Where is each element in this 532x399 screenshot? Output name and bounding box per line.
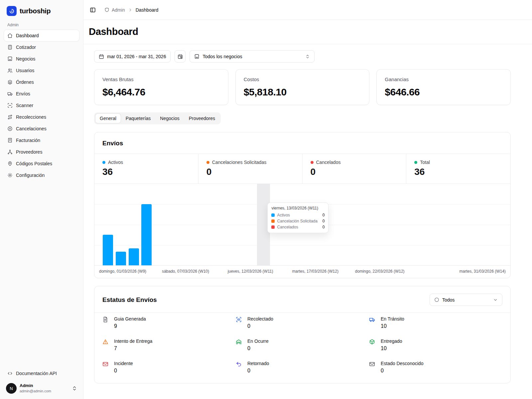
mail-warning-icon bbox=[102, 361, 108, 367]
tooltip-label: Activos bbox=[277, 213, 320, 217]
kpi-label: Costos bbox=[244, 76, 361, 82]
status-entregado: Entregado10 bbox=[369, 338, 502, 351]
estatus-filter-select[interactable]: Todos bbox=[430, 294, 502, 306]
gridline bbox=[94, 245, 510, 245]
envios-title: Envíos bbox=[102, 140, 123, 147]
code-icon bbox=[7, 371, 13, 376]
breadcrumb-root-label: Admin bbox=[112, 7, 125, 13]
chart-bar[interactable] bbox=[116, 252, 126, 265]
kpi-label: Ganancias bbox=[385, 76, 502, 82]
kpi-ganancias: Ganancias $646.66 bbox=[376, 69, 511, 105]
business-filter-select[interactable]: Todos los negocios bbox=[190, 50, 315, 63]
breadcrumb-root[interactable]: Admin bbox=[104, 7, 125, 13]
sidebar-toggle-icon[interactable] bbox=[90, 7, 96, 13]
tooltip-row: Activos 0 bbox=[271, 213, 325, 217]
docs-api-label: Documentación API bbox=[16, 371, 57, 376]
store-icon bbox=[7, 56, 13, 62]
status-label: En Tránsito bbox=[381, 316, 404, 322]
legend-value: 36 bbox=[102, 167, 190, 177]
tab-negocios[interactable]: Negocios bbox=[156, 114, 184, 123]
date-range-value: mar 01, 2026 - mar 31, 2026 bbox=[107, 54, 166, 59]
scan-barcode-icon bbox=[236, 317, 242, 323]
chevron-right-icon bbox=[128, 8, 133, 12]
chevrons-up-down-icon bbox=[305, 54, 310, 59]
business-filter-value: Todos los negocios bbox=[202, 54, 242, 59]
status-value: 0 bbox=[247, 345, 269, 351]
chart-bar[interactable] bbox=[129, 248, 139, 265]
sidebar-item-cotizador[interactable]: Cotizador bbox=[4, 42, 79, 53]
sidebar-item-proveedores[interactable]: Proveedores bbox=[4, 146, 79, 158]
legend-dot bbox=[102, 161, 105, 164]
user-name: Admin bbox=[20, 383, 51, 389]
kpi-costos: Costos $5,818.10 bbox=[235, 69, 370, 105]
status-value: 0 bbox=[381, 368, 423, 374]
brand-name: turboship bbox=[20, 7, 51, 15]
x-tick: martes, 31/03/2026 (W14) bbox=[459, 269, 505, 274]
legend-label: Cancelados bbox=[316, 160, 341, 165]
tab-paqueterias[interactable]: Paqueterías bbox=[121, 114, 155, 123]
legend-label: Cancelaciones Solicitadas bbox=[212, 160, 266, 165]
sidebar-item-configuracion[interactable]: Configuración bbox=[4, 170, 79, 181]
status-guia-generada: Guia Generada9 bbox=[102, 316, 236, 329]
legend-activos[interactable]: Activos 36 bbox=[94, 154, 199, 184]
tab-proveedores[interactable]: Proveedores bbox=[185, 114, 219, 123]
docs-api-link[interactable]: Documentación API bbox=[4, 368, 79, 379]
shield-icon bbox=[104, 7, 109, 12]
status-label: En Ocurre bbox=[247, 338, 269, 344]
x-tick: domingo, 22/03/2026 (W12) bbox=[355, 269, 405, 274]
sidebar-item-cancelaciones[interactable]: Cancelaciones bbox=[4, 123, 79, 134]
dashboard-tabs: General Paqueterías Negocios Proveedores bbox=[94, 112, 221, 124]
sidebar-item-label: Cancelaciones bbox=[16, 126, 47, 131]
sidebar-item-negocios[interactable]: Negocios bbox=[4, 53, 79, 65]
breadcrumb-current: Dashboard bbox=[136, 7, 159, 13]
sidebar-item-recolecciones[interactable]: Recolecciones bbox=[4, 111, 79, 123]
invoice-icon bbox=[7, 138, 13, 143]
chevrons-up-down-icon bbox=[72, 386, 77, 391]
estatus-grid: Guia Generada9 Recolectado0 En Tránsito1… bbox=[94, 313, 510, 383]
file-text-icon bbox=[102, 317, 108, 323]
status-intento-de-entrega: Intento de Entrega7 bbox=[102, 338, 236, 351]
sidebar-footer: Documentación API N Admin admin@admin.co… bbox=[4, 368, 79, 396]
chart-bar[interactable] bbox=[141, 204, 152, 265]
sidebar-item-label: Órdenes bbox=[16, 79, 34, 85]
legend-cancelaciones-solicitadas[interactable]: Cancelaciones Solicitadas 0 bbox=[199, 154, 303, 184]
sidebar: turboship Admin Dashboard Cotizador Nego… bbox=[0, 0, 83, 399]
status-label: Entregado bbox=[381, 338, 402, 344]
chart-tooltip: viernes, 13/03/2026 (W11) Activos 0 Canc… bbox=[267, 202, 329, 233]
legend-cancelados[interactable]: Cancelados 0 bbox=[303, 154, 407, 184]
status-en-ocurre: En Ocurre0 bbox=[236, 338, 369, 351]
sidebar-item-label: Scanner bbox=[16, 103, 33, 108]
x-tick: martes, 17/03/2026 (W12) bbox=[292, 269, 338, 274]
chart-bar[interactable] bbox=[103, 235, 113, 265]
kpi-value: $646.66 bbox=[385, 86, 502, 98]
store-icon bbox=[194, 54, 200, 59]
status-value: 0 bbox=[114, 368, 133, 374]
date-range-picker[interactable]: mar 01, 2026 - mar 31, 2026 bbox=[94, 50, 171, 63]
kpi-cards: Ventas Brutas $6,464.76 Costos $5,818.10… bbox=[94, 69, 511, 105]
envios-bar-chart: domingo, 01/03/2026 (W9) sábado, 07/03/2… bbox=[94, 184, 510, 278]
envios-panel: Envíos Activos 36 Cancelaciones Solicita… bbox=[94, 132, 511, 278]
user-email: admin@admin.com bbox=[20, 389, 51, 393]
breadcrumb: Admin Dashboard bbox=[104, 7, 158, 13]
calculator-icon bbox=[7, 45, 13, 50]
tab-general[interactable]: General bbox=[95, 114, 121, 123]
user-menu[interactable]: N Admin admin@admin.com bbox=[4, 381, 79, 396]
legend-total[interactable]: Total 36 bbox=[406, 154, 510, 184]
sidebar-item-usuarios[interactable]: Usuarios bbox=[4, 65, 79, 76]
page-header: Dashboard bbox=[83, 20, 532, 44]
calendar-presets-button[interactable] bbox=[175, 50, 186, 63]
calendar-search-icon bbox=[178, 54, 183, 59]
route-icon bbox=[7, 114, 13, 120]
brand-logo[interactable]: turboship bbox=[4, 4, 79, 21]
sidebar-item-dashboard[interactable]: Dashboard bbox=[4, 30, 79, 41]
tooltip-label: Cancelados bbox=[277, 225, 320, 229]
map-pin-icon bbox=[7, 161, 13, 166]
status-value: 7 bbox=[114, 345, 152, 351]
sidebar-item-facturacion[interactable]: Facturación bbox=[4, 135, 79, 146]
sidebar-item-ordenes[interactable]: Órdenes bbox=[4, 76, 79, 88]
sidebar-item-scanner[interactable]: Scanner bbox=[4, 100, 79, 111]
sidebar-item-envios[interactable]: Envíos bbox=[4, 88, 79, 99]
status-retornado: Retornado0 bbox=[236, 361, 369, 374]
sidebar-item-codigos-postales[interactable]: Códigos Postales bbox=[4, 158, 79, 169]
alert-triangle-icon bbox=[102, 339, 108, 345]
